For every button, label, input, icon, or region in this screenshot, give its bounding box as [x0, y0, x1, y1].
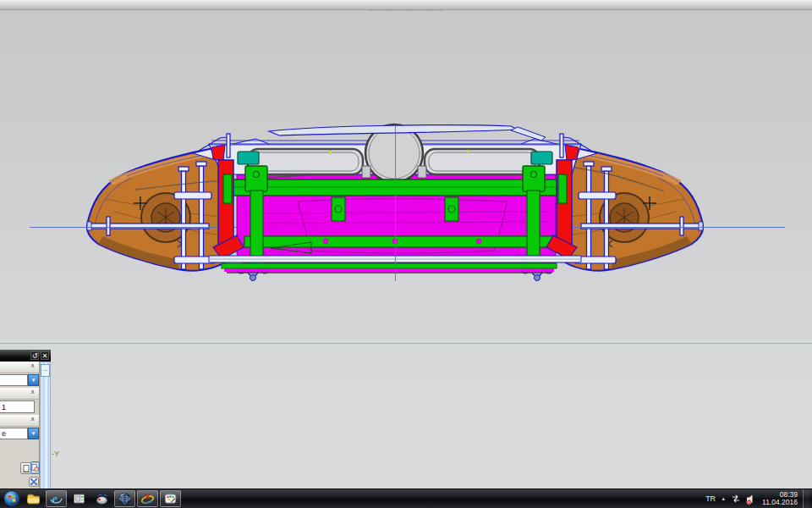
windows-start-icon: [3, 490, 20, 507]
collapse-icon[interactable]: ∧: [30, 416, 35, 422]
svg-text:e: e: [52, 492, 58, 505]
combo-2-value[interactable]: e: [0, 428, 28, 439]
doc-clock-split-button[interactable]: [30, 461, 40, 474]
taskbar-item-space-mouse[interactable]: [91, 490, 112, 507]
collapse-icon[interactable]: ∧: [30, 362, 35, 369]
taskbar-item-explorer[interactable]: [23, 490, 44, 507]
dialog-scrollbar[interactable]: [40, 362, 51, 489]
space-mouse-icon: [95, 492, 109, 505]
taskbar: e: [0, 489, 812, 508]
language-indicator[interactable]: TR: [705, 494, 716, 503]
internet-explorer-icon: e: [49, 492, 63, 505]
doc-clock-icon: [31, 463, 39, 472]
dialog-group-header-1[interactable]: ∧: [0, 362, 39, 373]
desktop: ▪▪▪▪▪▪▪▪▪▪▪▪▪▪▪▪▪▪▪▪▪▪▪▪▪▪: [0, 0, 812, 508]
paint-icon: [163, 492, 178, 505]
combo-2-dropdown-icon[interactable]: ▼: [28, 428, 39, 439]
cad-viewport[interactable]: [0, 0, 812, 508]
taskbar-item-globe-app[interactable]: [114, 490, 135, 507]
axis-label-y: -Y: [52, 450, 59, 458]
folder-icon: [26, 492, 41, 505]
dialog-body: ∧ ▼ ∧ ∧ e ▼: [0, 362, 40, 489]
scrollbar-thumb[interactable]: [41, 364, 50, 377]
volume-tray-icon[interactable]: [746, 494, 757, 505]
dialog-group-header-2[interactable]: ∧: [0, 388, 39, 400]
doc-arrow-icon: [22, 464, 30, 472]
title-dots: ▪▪▪▪▪▪▪▪▪▪▪▪▪▪▪▪▪▪▪▪▪▪▪▪▪▪: [369, 8, 444, 13]
clock[interactable]: 08:39 11.04.2016: [762, 491, 798, 506]
start-button[interactable]: [3, 489, 21, 508]
taskbar-item-app-window[interactable]: [69, 490, 90, 507]
dialog-reset-button[interactable]: ↺: [30, 351, 39, 360]
cross-arrows-button[interactable]: [29, 477, 39, 487]
system-tray: TR ▲ 08:39 11.04.2016: [705, 489, 812, 508]
taskbar-item-internet-explorer[interactable]: e: [46, 490, 67, 507]
dialog-input-row: [0, 400, 39, 415]
dialog-titlebar[interactable]: ↺ ✕: [0, 350, 51, 362]
hidden-icons-button[interactable]: ▲: [721, 496, 726, 501]
sync-tray-icon[interactable]: [731, 494, 741, 504]
taskbar-item-cad-app[interactable]: [137, 490, 158, 507]
clock-date: 11.04.2016: [762, 499, 798, 506]
dialog-combo-2: e ▼: [0, 427, 39, 441]
collapse-icon[interactable]: ∧: [30, 389, 35, 395]
globe-icon: [118, 492, 132, 505]
combo-1-dropdown-icon[interactable]: ▼: [28, 374, 39, 386]
dialog-close-button[interactable]: ✕: [41, 351, 49, 360]
cross-arrows-icon: [30, 478, 38, 486]
combo-1-value[interactable]: [0, 374, 28, 386]
tool-dialog: ↺ ✕ ∧ ▼ ∧ ∧ e ▼: [0, 350, 51, 489]
show-desktop-button[interactable]: [803, 489, 809, 508]
taskbar-item-paint[interactable]: [160, 490, 181, 507]
dialog-combo-1: ▼: [0, 373, 39, 388]
cad-app-icon: [140, 492, 155, 505]
collapsed-title-bar[interactable]: ▪▪▪▪▪▪▪▪▪▪▪▪▪▪▪▪▪▪▪▪▪▪▪▪▪▪: [0, 0, 812, 10]
dialog-value-input[interactable]: [0, 400, 35, 413]
app-window-icon: [72, 492, 86, 505]
dialog-group-header-3[interactable]: ∧: [0, 415, 39, 427]
